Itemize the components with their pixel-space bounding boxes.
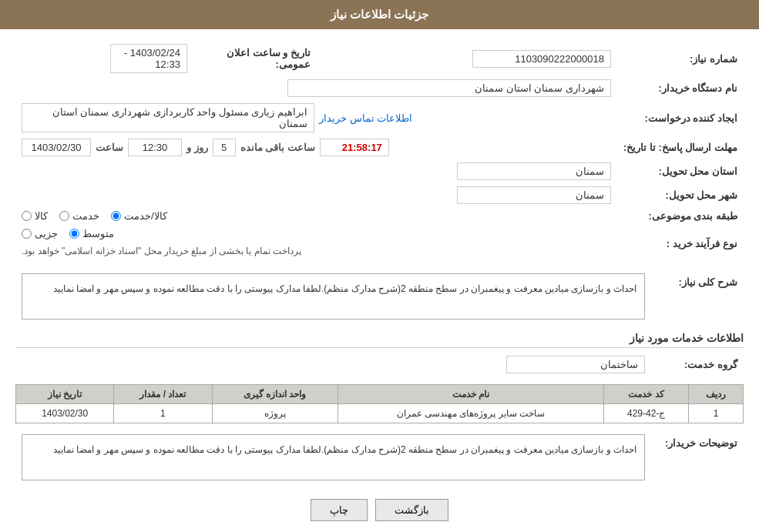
response-date: 1403/02/30 bbox=[22, 139, 91, 156]
col-row-num: ردیف bbox=[688, 385, 743, 404]
category-kala-radio[interactable] bbox=[22, 211, 32, 221]
description-value-cell: احداث و بازسازی میادین معرفت و پیغمبران … bbox=[15, 270, 651, 323]
row-city: شهر محل تحویل: سمنان bbox=[15, 183, 744, 207]
category-option-khedmat[interactable]: خدمت bbox=[59, 210, 99, 222]
service-group-field: ساختمان bbox=[506, 356, 645, 373]
table-cell-quantity: 1 bbox=[114, 404, 212, 423]
service-group-value-cell: ساختمان bbox=[15, 353, 651, 376]
purchase-jozi-radio[interactable] bbox=[22, 229, 32, 239]
row-response-deadline: مهلت ارسال پاسخ: تا تاریخ: 21:58:17 ساعت… bbox=[15, 136, 744, 159]
need-number-label: شماره نیاز: bbox=[617, 41, 744, 76]
page-container: جزئیات اطلاعات نیاز شماره نیاز: 11030902… bbox=[0, 0, 759, 532]
col-unit: واحد اندازه گیری bbox=[212, 385, 338, 404]
services-table-header: ردیف کد خدمت نام خدمت واحد اندازه گیری ت… bbox=[16, 385, 744, 404]
main-info-table: شماره نیاز: 1103090222000018 تاریخ و ساع… bbox=[15, 41, 744, 263]
category-khedmat-radio[interactable] bbox=[59, 211, 69, 221]
purchase-jozi-label: جزیی bbox=[35, 228, 58, 239]
purchase-type-label: نوع فرآیند خرید : bbox=[617, 225, 744, 263]
description-label: شرح کلی نیاز: bbox=[678, 276, 737, 288]
category-label: طبقه بندی موضوعی: bbox=[617, 207, 744, 225]
row-org-name: نام دستگاه خریدار: شهرداری سمنان استان س… bbox=[15, 76, 744, 100]
back-button[interactable]: بازگشت bbox=[375, 499, 448, 521]
table-cell-service_code: ج-42-429 bbox=[604, 404, 689, 423]
buyer-notes-row: توضیحات خریدار: احداث و بازسازی میادین م… bbox=[15, 431, 744, 483]
need-number-value: 1103090222000018 bbox=[317, 41, 617, 76]
time-value: 12:30 bbox=[128, 139, 182, 156]
purchase-motavaset-radio[interactable] bbox=[69, 229, 79, 239]
creator-label: ایجاد کننده درخواست: bbox=[617, 100, 744, 136]
org-name-field: شهرداری سمنان استان سمنان bbox=[287, 79, 611, 97]
col-quantity: تعداد / مقدار bbox=[114, 385, 212, 404]
purchase-type-value: متوسط جزیی پرداخت تمام یا بخشی از مبلغ خ… bbox=[15, 225, 617, 263]
category-kala-label: کالا bbox=[35, 210, 48, 222]
response-deadline-value: 21:58:17 ساعت باقی مانده 5 روز و 12:30 س… bbox=[15, 136, 617, 159]
purchase-type-jozi[interactable]: جزیی bbox=[22, 228, 58, 239]
row-creator: ایجاد کننده درخواست: اطلاعات تماس خریدار… bbox=[15, 100, 744, 136]
services-table: ردیف کد خدمت نام خدمت واحد اندازه گیری ت… bbox=[15, 384, 744, 423]
row-category: طبقه بندی موضوعی: کالا/خدمت خدمت کالا bbox=[15, 207, 744, 225]
creator-field: ابراهیم زیاری مسئول واحد کاربردازی شهردا… bbox=[22, 103, 314, 132]
date-value: 1403/02/24 - 12:33 bbox=[110, 44, 187, 73]
table-row: 1ج-42-429ساخت سایر پروژه‌های مهندسی عمرا… bbox=[16, 404, 744, 423]
province-label: استان محل تحویل: bbox=[617, 159, 744, 183]
category-option-kala-khedmat[interactable]: کالا/خدمت bbox=[111, 210, 167, 222]
bottom-buttons: بازگشت چاپ bbox=[15, 499, 744, 521]
content-area: شماره نیاز: 1103090222000018 تاریخ و ساع… bbox=[0, 29, 759, 532]
service-group-table: گروه خدمت: ساختمان bbox=[15, 353, 744, 376]
col-service-name: نام خدمت bbox=[338, 385, 604, 404]
col-date: تاریخ نیاز bbox=[16, 385, 114, 404]
row-province: استان محل تحویل: سمنان bbox=[15, 159, 744, 183]
need-number-field: 1103090222000018 bbox=[472, 50, 611, 68]
description-row: شرح کلی نیاز: احداث و بازسازی میادین معر… bbox=[15, 270, 744, 323]
remaining-time: 21:58:17 bbox=[320, 139, 389, 156]
print-button[interactable]: چاپ bbox=[311, 499, 368, 521]
category-kala-khedmat-label: کالا/خدمت bbox=[124, 210, 167, 222]
table-cell-row_num: 1 bbox=[688, 404, 743, 423]
org-name-label: نام دستگاه خریدار: bbox=[617, 76, 744, 100]
row-need-number: شماره نیاز: 1103090222000018 تاریخ و ساع… bbox=[15, 41, 744, 76]
service-group-row: گروه خدمت: ساختمان bbox=[15, 353, 744, 376]
date-value-cell: 1403/02/24 - 12:33 bbox=[15, 41, 193, 76]
contact-link[interactable]: اطلاعات تماس خریدار bbox=[319, 112, 412, 124]
page-header: جزئیات اطلاعات نیاز bbox=[0, 0, 759, 29]
date-label: تاریخ و ساعت اعلان عمومی: bbox=[227, 47, 311, 70]
category-value: کالا/خدمت خدمت کالا bbox=[15, 207, 617, 225]
category-khedmat-label: خدمت bbox=[72, 210, 99, 222]
purchase-type-radio-group: متوسط جزیی bbox=[22, 228, 114, 239]
buyer-notes-table: توضیحات خریدار: احداث و بازسازی میادین م… bbox=[15, 431, 744, 483]
category-option-kala[interactable]: کالا bbox=[22, 210, 48, 222]
province-field: سمنان bbox=[457, 162, 611, 180]
services-table-body: 1ج-42-429ساخت سایر پروژه‌های مهندسی عمرا… bbox=[16, 404, 744, 423]
city-value: سمنان bbox=[15, 183, 617, 207]
city-label: شهر محل تحویل: bbox=[617, 183, 744, 207]
purchase-type-motavaset[interactable]: متوسط bbox=[69, 228, 114, 239]
category-kala-khedmat-radio[interactable] bbox=[111, 211, 121, 221]
col-service-code: کد خدمت bbox=[604, 385, 689, 404]
days-value: 5 bbox=[213, 139, 236, 156]
buyer-notes-box: احداث و بازسازی میادین معرفت و پیغمبران … bbox=[22, 434, 645, 480]
services-section-title: اطلاعات خدمات مورد نیاز bbox=[15, 332, 744, 348]
time-label: ساعت bbox=[96, 142, 123, 153]
services-header-row: ردیف کد خدمت نام خدمت واحد اندازه گیری ت… bbox=[16, 385, 744, 404]
page-title: جزئیات اطلاعات نیاز bbox=[331, 8, 428, 21]
description-box: احداث و بازسازی میادین معرفت و پیغمبران … bbox=[22, 273, 645, 320]
response-deadline-label: مهلت ارسال پاسخ: تا تاریخ: bbox=[617, 136, 744, 159]
description-table: شرح کلی نیاز: احداث و بازسازی میادین معر… bbox=[15, 270, 744, 323]
table-cell-date: 1403/02/30 bbox=[16, 404, 114, 423]
remaining-label: ساعت باقی مانده bbox=[240, 142, 315, 153]
category-radio-group: کالا/خدمت خدمت کالا bbox=[22, 210, 611, 222]
service-group-label: گروه خدمت: bbox=[684, 359, 737, 370]
buyer-notes-value-cell: احداث و بازسازی میادین معرفت و پیغمبران … bbox=[15, 431, 651, 483]
table-cell-service_name: ساخت سایر پروژه‌های مهندسی عمران bbox=[338, 404, 604, 423]
purchase-note: پرداخت تمام یا بخشی از مبلغ خریدار محل "… bbox=[22, 246, 301, 256]
row-purchase-type: نوع فرآیند خرید : متوسط جزیی bbox=[15, 225, 744, 263]
purchase-motavaset-label: متوسط bbox=[82, 228, 114, 239]
table-cell-unit: پروژه bbox=[212, 404, 338, 423]
org-name-value: شهرداری سمنان استان سمنان bbox=[15, 76, 617, 100]
city-field: سمنان bbox=[457, 186, 611, 204]
creator-value: اطلاعات تماس خریدار ابراهیم زیاری مسئول … bbox=[15, 100, 617, 136]
buyer-notes-label: توضیحات خریدار: bbox=[665, 437, 737, 449]
days-label: روز و bbox=[186, 142, 208, 153]
province-value: سمنان bbox=[15, 159, 617, 183]
date-label-cell: تاریخ و ساعت اعلان عمومی: bbox=[193, 41, 317, 76]
